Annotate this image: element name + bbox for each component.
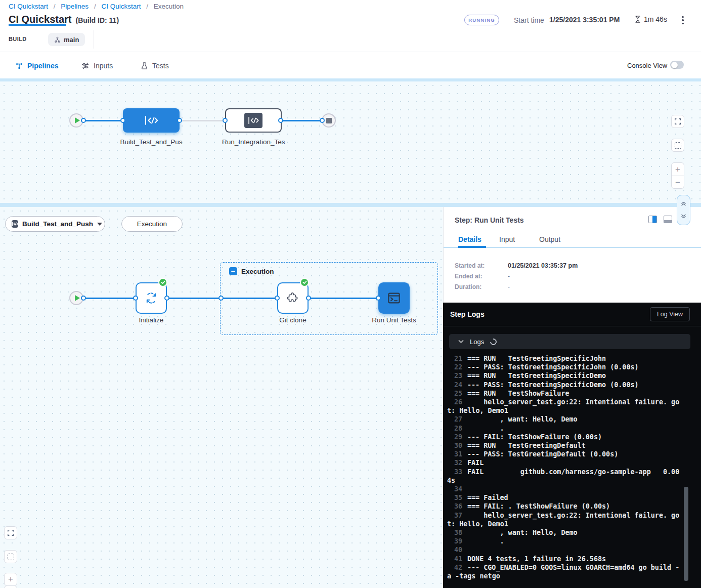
build-section-label: BUILD	[9, 36, 27, 42]
log-line: 35=== Failed	[447, 493, 683, 502]
breadcrumb-separator: /	[146, 3, 148, 10]
stage-node-label: Build_Test_and_Pus	[120, 138, 183, 146]
layout-right-split-icon[interactable]	[648, 216, 657, 223]
play-icon	[75, 295, 80, 301]
tab-inputs[interactable]: Inputs	[81, 53, 113, 78]
log-line: 31--- PASS: TestGreetingDefault (0.00s)	[447, 450, 683, 458]
step-node-initialize[interactable]	[136, 282, 167, 314]
port	[278, 118, 283, 123]
log-line: 28 .	[447, 424, 683, 433]
success-check-icon	[158, 278, 167, 287]
step-node-git-clone[interactable]	[277, 282, 309, 314]
more-options-button[interactable]	[679, 14, 686, 26]
stage-node-run-integration-tests[interactable]	[225, 108, 282, 133]
branch-tag[interactable]: main	[48, 33, 85, 46]
port	[320, 118, 325, 123]
code-icon	[144, 115, 159, 125]
detail-row-started-at: Started at:01/25/2021 03:35:37 pm	[455, 262, 578, 269]
active-tab-underline	[9, 24, 66, 26]
stage-node-build-test-and-push[interactable]	[123, 108, 180, 133]
zoom-out-button[interactable]: −	[672, 176, 684, 189]
select-mode-button[interactable]	[671, 139, 684, 152]
main-tabbar: Pipelines Inputs Tests Console View	[0, 53, 701, 78]
tab-details[interactable]: Details	[458, 235, 481, 243]
zoom-out-button[interactable]: −	[4, 585, 17, 588]
tab-output[interactable]: Output	[539, 235, 560, 243]
logs-section-label: Logs	[470, 338, 484, 346]
port	[81, 296, 86, 301]
log-view-button[interactable]: Log View	[650, 307, 690, 321]
breadcrumb-link-ci-quickstart[interactable]: CI Quickstart	[9, 3, 48, 10]
hourglass-icon	[634, 15, 641, 23]
port	[81, 118, 86, 123]
log-line: 30=== RUN TestGreetingDefault	[447, 441, 683, 450]
port	[275, 296, 280, 301]
stage-selector-dropdown[interactable]: Build_Test_and_Push	[5, 216, 105, 232]
chevron-double-up-icon	[680, 201, 687, 207]
collapse-group-button[interactable]	[229, 267, 237, 275]
started-at-value: 01/25/2021 03:35:37 pm	[508, 262, 578, 269]
log-line: 32FAIL	[447, 458, 683, 467]
log-line: 41DONE 4 tests, 1 failure in 26.568s	[447, 555, 683, 563]
breadcrumb-link-ci-quickstart-2[interactable]: CI Quickstart	[101, 3, 141, 10]
step-node-label: Git clone	[265, 316, 321, 324]
panel-split-divider[interactable]	[0, 203, 701, 207]
port	[164, 296, 169, 301]
fullscreen-button[interactable]	[4, 526, 17, 539]
console-view-toggle[interactable]	[670, 61, 684, 69]
breadcrumb-current: Execution	[154, 3, 184, 10]
step-logs-title: Step Logs	[450, 310, 485, 318]
spinner-icon	[489, 337, 498, 346]
breadcrumb: CI Quickstart / Pipelines / CI Quickstar…	[9, 3, 184, 10]
page-header: CI Quickstart / Pipelines / CI Quickstar…	[0, 0, 701, 52]
edge-stage1-to-stage2	[180, 120, 225, 121]
tab-input[interactable]: Input	[499, 235, 515, 243]
step-panel-title: Step: Run Unit Tests	[455, 216, 524, 224]
zoom-in-button[interactable]: +	[672, 163, 684, 176]
log-line: 39 .	[447, 537, 683, 545]
log-line: 21=== RUN TestGreetingSpecificJohn	[447, 354, 683, 363]
execution-pill-button[interactable]: Execution	[121, 216, 183, 232]
duration-value: -	[508, 283, 510, 290]
zoom-controls: + −	[671, 162, 684, 189]
log-lines: 21=== RUN TestGreetingSpecificJohn22--- …	[447, 354, 683, 580]
log-line: 24--- PASS: TestGreetingSpecificDemo (0.…	[447, 381, 683, 389]
play-icon	[75, 117, 80, 123]
log-line: 38 , want: Hello, Demo	[447, 528, 683, 537]
inputs-icon	[81, 62, 90, 70]
stage-steps-canvas[interactable]: Build_Test_and_Push Execution Execution	[0, 207, 443, 588]
log-line: 37 hello_server_test.go:22: Intentional …	[447, 511, 683, 528]
log-line: 29--- FAIL: TestShowFailure (0.00s)	[447, 433, 683, 441]
build-id: (Build ID: 11)	[75, 16, 119, 24]
select-mode-button[interactable]	[4, 550, 17, 563]
stage-selector-label: Build_Test_and_Push	[22, 220, 93, 228]
terminal-icon	[386, 290, 402, 306]
detail-row-duration: Duration:-	[455, 283, 510, 290]
log-scrollbar-thumb[interactable]	[684, 487, 688, 581]
header-divider	[94, 30, 94, 49]
breadcrumb-link-pipelines[interactable]: Pipelines	[61, 3, 89, 10]
step-details-panel: Step: Run Unit Tests Details Input Outpu…	[443, 207, 701, 303]
start-time-label: Start time	[514, 16, 544, 24]
console-view-label: Console View	[627, 62, 667, 69]
tab-pipelines[interactable]: Pipelines	[15, 53, 58, 78]
logs-section-toggle[interactable]: Logs	[449, 334, 690, 349]
puzzle-icon	[286, 291, 299, 305]
zoom-in-button[interactable]: +	[4, 573, 17, 586]
chevron-down-icon	[97, 223, 102, 226]
fullscreen-button[interactable]	[671, 115, 684, 128]
panel-resize-chevrons[interactable]	[677, 195, 690, 225]
pipeline-graph-canvas[interactable]: Build_Test_and_Pus Run_Integration_Tes +…	[0, 81, 701, 203]
success-check-icon	[300, 278, 309, 287]
port	[120, 118, 125, 123]
tab-tests[interactable]: Tests	[141, 53, 169, 78]
layout-bottom-split-icon[interactable]	[664, 216, 672, 223]
branch-icon	[54, 36, 61, 43]
log-line: 34	[447, 485, 683, 493]
chevron-double-down-icon	[680, 213, 687, 219]
step-node-run-unit-tests[interactable]	[378, 282, 410, 314]
port	[218, 296, 224, 301]
port	[306, 296, 311, 301]
log-line: 27 , want: Hello, Demo	[447, 415, 683, 424]
log-line: 40	[447, 545, 683, 554]
